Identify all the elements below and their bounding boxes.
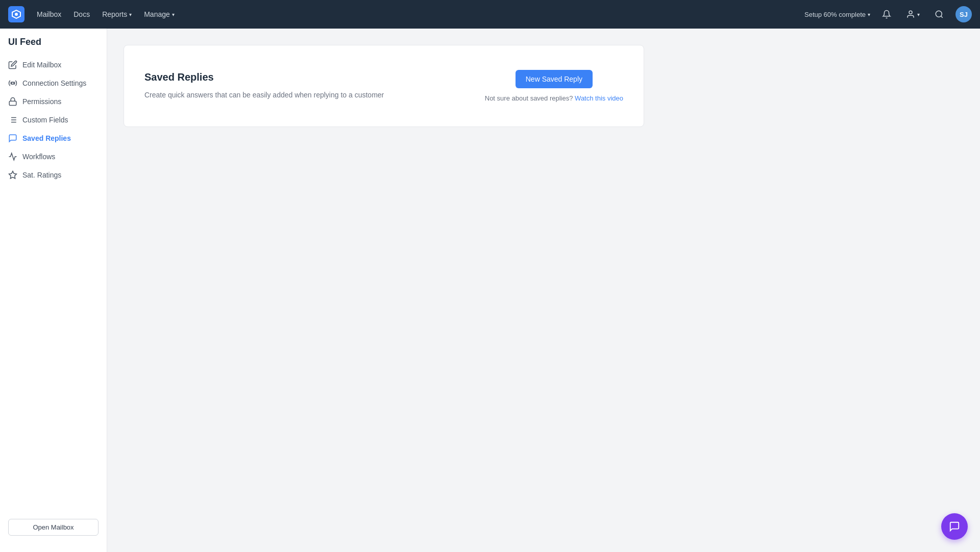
sidebar-item-connection-settings[interactable]: Connection Settings — [0, 74, 107, 92]
sidebar-item-workflows[interactable]: Workflows — [0, 147, 107, 166]
open-mailbox-button[interactable]: Open Mailbox — [8, 519, 99, 536]
saved-replies-card: Saved Replies Create quick answers that … — [124, 45, 644, 127]
account-chevron-icon: ▾ — [917, 12, 920, 17]
account-button[interactable]: ▾ — [903, 6, 923, 22]
sidebar-item-saved-replies-label: Saved Replies — [22, 134, 71, 142]
card-title: Saved Replies — [144, 71, 460, 83]
bell-icon — [882, 10, 891, 19]
app-logo[interactable] — [8, 6, 24, 22]
watch-video-prefix: Not sure about saved replies? — [485, 94, 573, 102]
card-text-section: Saved Replies Create quick answers that … — [144, 71, 460, 101]
sidebar-item-saved-replies[interactable]: Saved Replies — [0, 129, 107, 147]
top-navigation: Mailbox Docs Reports ▾ Manage ▾ Setup 60… — [0, 0, 980, 29]
main-content: Saved Replies Create quick answers that … — [107, 29, 980, 552]
svg-point-2 — [909, 11, 912, 14]
sidebar-item-permissions-label: Permissions — [22, 97, 61, 106]
edit-mailbox-icon — [8, 60, 17, 69]
chat-fab-button[interactable] — [941, 513, 968, 540]
manage-chevron-icon: ▾ — [172, 12, 175, 17]
setup-chevron-icon: ▾ — [868, 12, 870, 17]
nav-docs[interactable]: Docs — [74, 8, 90, 20]
permissions-icon — [8, 97, 17, 106]
sidebar-item-sat-ratings[interactable]: Sat. Ratings — [0, 166, 107, 184]
sidebar-item-connection-settings-label: Connection Settings — [22, 79, 86, 87]
sidebar-item-edit-mailbox-label: Edit Mailbox — [22, 61, 61, 69]
account-icon — [906, 10, 915, 19]
workflows-icon — [8, 152, 17, 161]
sidebar-item-permissions[interactable]: Permissions — [0, 92, 107, 111]
chat-fab-icon — [949, 521, 960, 532]
nav-manage[interactable]: Manage ▾ — [144, 8, 175, 20]
watch-video-link[interactable]: Watch this video — [575, 94, 623, 102]
svg-marker-13 — [9, 171, 17, 179]
saved-replies-icon — [8, 134, 17, 143]
connection-settings-icon — [8, 79, 17, 88]
card-actions: New Saved Reply Not sure about saved rep… — [485, 70, 623, 102]
notifications-button[interactable] — [878, 6, 895, 22]
sidebar-item-custom-fields-label: Custom Fields — [22, 116, 68, 124]
svg-point-3 — [936, 11, 942, 17]
setup-progress[interactable]: Setup 60% complete ▾ — [804, 11, 870, 18]
sat-ratings-icon — [8, 170, 17, 180]
new-saved-reply-button[interactable]: New Saved Reply — [516, 70, 593, 88]
svg-point-5 — [12, 82, 14, 85]
reports-chevron-icon: ▾ — [129, 12, 132, 17]
nav-reports[interactable]: Reports ▾ — [102, 8, 132, 20]
search-button[interactable] — [931, 6, 947, 22]
svg-line-4 — [941, 16, 942, 17]
sidebar-page-title: UI Feed — [0, 37, 107, 56]
svg-point-1 — [15, 13, 18, 16]
sidebar-bottom: Open Mailbox — [0, 511, 107, 544]
sidebar-item-edit-mailbox[interactable]: Edit Mailbox — [0, 56, 107, 74]
sidebar: UI Feed Edit Mailbox Connection Settings — [0, 29, 107, 552]
sidebar-item-sat-ratings-label: Sat. Ratings — [22, 171, 61, 179]
search-icon — [935, 10, 944, 19]
card-description: Create quick answers that can be easily … — [144, 89, 460, 101]
watch-video-section: Not sure about saved replies? Watch this… — [485, 94, 623, 102]
svg-rect-6 — [9, 101, 16, 105]
topnav-right-section: Setup 60% complete ▾ ▾ SJ — [804, 6, 972, 22]
sidebar-item-custom-fields[interactable]: Custom Fields — [0, 111, 107, 129]
nav-mailbox[interactable]: Mailbox — [37, 8, 61, 20]
avatar[interactable]: SJ — [955, 6, 972, 22]
sidebar-item-workflows-label: Workflows — [22, 153, 55, 161]
custom-fields-icon — [8, 115, 17, 124]
app-layout: UI Feed Edit Mailbox Connection Settings — [0, 29, 980, 552]
